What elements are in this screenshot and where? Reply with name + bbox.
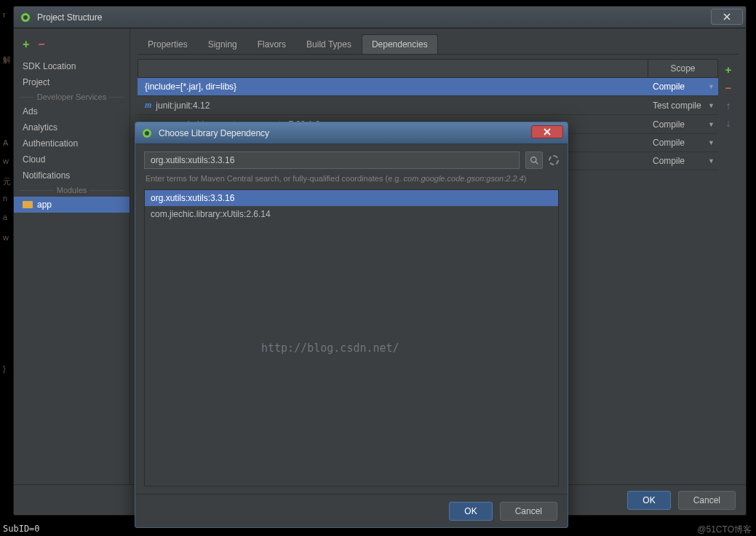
dependencies-actions: + − ↑ ↓ [718, 59, 739, 484]
chevron-down-icon[interactable]: ▼ [708, 83, 715, 90]
choose-library-dialog: Choose Library Dependency Enter terms fo… [135, 122, 568, 528]
sidebar-item-project[interactable]: Project [14, 74, 130, 90]
dialog-titlebar: Choose Library Dependency [135, 122, 568, 144]
dep-scope: Compile [653, 119, 685, 130]
tab-signing[interactable]: Signing [198, 34, 247, 54]
svg-point-5 [145, 131, 149, 135]
titlebar: Project Structure [14, 7, 746, 28]
list-item[interactable]: org.xutils:xutils:3.3.16 [145, 190, 558, 206]
window-title: Project Structure [37, 12, 102, 23]
chevron-down-icon[interactable]: ▼ [708, 102, 715, 109]
dep-scope: Compile [653, 138, 685, 148]
col-name-header [138, 60, 648, 77]
sidebar-item-ads[interactable]: Ads [14, 103, 130, 119]
ok-button[interactable]: OK [627, 491, 670, 510]
dep-name: {include=[*.jar], dir=libs} [145, 82, 236, 92]
close-button[interactable] [531, 125, 563, 138]
dialog-cancel-button[interactable]: Cancel [500, 502, 557, 521]
maven-icon: m [145, 100, 151, 111]
sidebar-item-notifications[interactable]: Notifications [14, 168, 130, 184]
close-button[interactable] [711, 9, 743, 25]
move-down-button[interactable]: ↓ [726, 117, 731, 129]
results-list: org.xutils:xutils:3.3.16 com.jiechic.lib… [144, 189, 559, 486]
sidebar-section-modules: Modules [14, 184, 130, 197]
table-row[interactable]: mjunit:junit:4.12 Test compile▼ [138, 96, 718, 115]
chevron-down-icon[interactable]: ▼ [708, 139, 715, 146]
tabs: Properties Signing Flavors Build Types D… [138, 34, 739, 55]
tab-build-types[interactable]: Build Types [296, 34, 362, 54]
add-dependency-button[interactable]: + [725, 63, 732, 76]
chevron-down-icon[interactable]: ▼ [708, 121, 715, 128]
tab-flavors[interactable]: Flavors [247, 34, 296, 54]
hint-suffix: ) [524, 174, 527, 183]
module-icon [23, 201, 33, 208]
dialog-footer: OK Cancel [135, 494, 568, 527]
dialog-body: Enter terms for Maven Central search, or… [135, 144, 568, 494]
search-input[interactable] [144, 151, 520, 169]
sidebar-section-developer-services: Developer Services [14, 90, 130, 103]
dependencies-header: Scope [138, 59, 718, 78]
search-hint: Enter terms for Maven Central search, or… [144, 169, 559, 189]
credit-text: @51CTO博客 [697, 524, 752, 536]
sidebar-item-cloud[interactable]: Cloud [14, 151, 130, 168]
module-label: app [37, 200, 52, 210]
sidebar: + − SDK Location Project Developer Servi… [14, 28, 130, 484]
sidebar-actions: + − [14, 38, 130, 58]
sidebar-item-analytics[interactable]: Analytics [14, 119, 130, 135]
table-row[interactable]: {include=[*.jar], dir=libs} Compile▼ [138, 78, 718, 96]
status-bar: SubID=0 [3, 524, 40, 534]
sidebar-item-sdk-location[interactable]: SDK Location [14, 58, 130, 74]
dep-name: junit:junit:4.12 [156, 100, 210, 111]
list-item[interactable]: com.jiechic.library:xUtils:2.6.14 [145, 206, 558, 222]
dialog-ok-button[interactable]: OK [449, 502, 492, 521]
hint-text: Enter terms for Maven Central search, or… [146, 174, 404, 183]
sidebar-item-authentication[interactable]: Authentication [14, 135, 130, 151]
svg-point-8 [530, 157, 536, 162]
spinner-icon [549, 155, 559, 165]
minus-icon[interactable]: − [38, 38, 44, 51]
svg-point-1 [23, 15, 28, 20]
svg-line-9 [536, 162, 538, 164]
cancel-button[interactable]: Cancel [678, 491, 736, 510]
tab-dependencies[interactable]: Dependencies [362, 34, 438, 54]
dep-scope: Compile [653, 82, 685, 92]
android-studio-icon [20, 12, 31, 23]
col-scope-header: Scope [648, 60, 717, 77]
dialog-title: Choose Library Dependency [159, 128, 269, 138]
move-up-button[interactable]: ↑ [726, 100, 731, 111]
sidebar-item-app-module[interactable]: app [14, 197, 130, 213]
editor-gutter: r解A w元n aw} [0, 0, 12, 536]
chevron-down-icon[interactable]: ▼ [708, 157, 715, 165]
search-row [144, 151, 559, 169]
android-studio-icon [141, 127, 153, 139]
remove-dependency-button[interactable]: − [725, 82, 732, 94]
hint-example: com.google.code.gson:gson:2.2.4 [404, 174, 524, 183]
search-button[interactable] [525, 151, 543, 169]
watermark: http://blog.csdn.net/ [261, 342, 399, 355]
tab-properties[interactable]: Properties [138, 34, 198, 54]
plus-icon[interactable]: + [23, 38, 29, 51]
dep-scope: Test compile [653, 100, 701, 111]
dep-scope: Compile [653, 156, 685, 166]
